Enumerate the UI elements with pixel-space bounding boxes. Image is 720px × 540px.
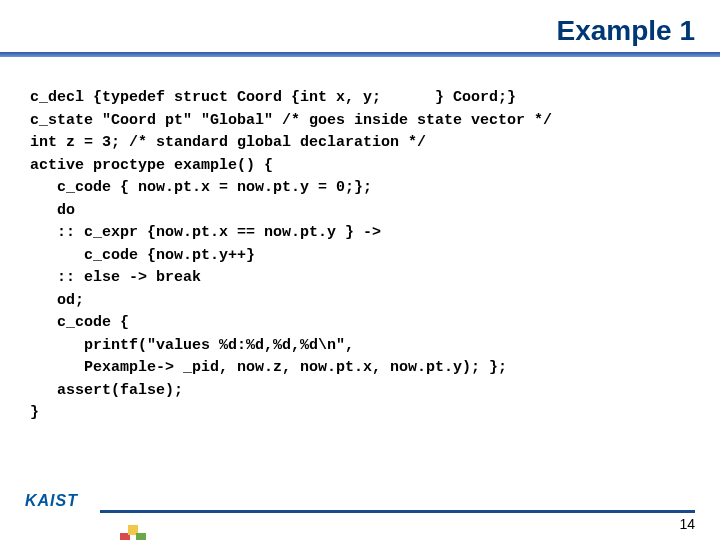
code-block: c_decl {typedef struct Coord {int x, y; … — [0, 57, 720, 435]
footer: KAIST 14 — [0, 485, 720, 535]
page-number: 14 — [679, 516, 695, 532]
slide-title: Example 1 — [0, 0, 720, 52]
footer-line — [100, 510, 695, 513]
kaist-logo: KAIST — [25, 492, 78, 510]
